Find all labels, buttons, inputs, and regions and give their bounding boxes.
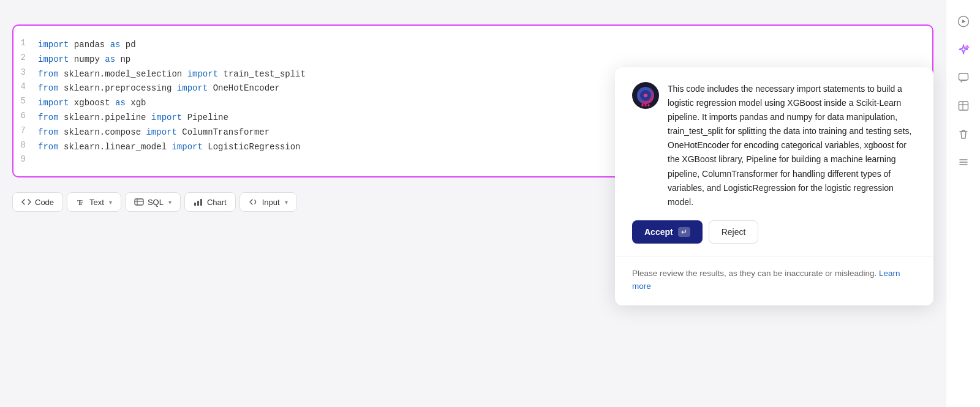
code-row: 1import pandas as pd	[20, 38, 920, 53]
chart-icon	[194, 197, 203, 207]
chart-button[interactable]: Chart	[184, 192, 236, 212]
svg-rect-13	[959, 102, 968, 110]
svg-rect-2	[135, 199, 143, 205]
code-line[interactable]: import pandas as pd	[38, 38, 920, 53]
avatar-wave	[642, 102, 650, 106]
svg-rect-7	[200, 199, 202, 206]
comment-icon	[957, 72, 970, 84]
table-icon	[957, 100, 970, 112]
svg-rect-5	[194, 203, 196, 206]
trash-icon	[957, 128, 970, 140]
line-number: 5	[20, 96, 38, 111]
line-number: 2	[20, 53, 38, 67]
sql-dropdown-arrow: ▾	[168, 199, 172, 206]
sparkles-icon	[957, 43, 970, 56]
line-number: 3	[20, 67, 38, 82]
ai-header: This code includes the necessary import …	[632, 82, 916, 209]
accept-kbd: ↵	[678, 227, 690, 237]
line-number: 6	[20, 111, 38, 125]
line-number: 8	[20, 140, 38, 155]
line-number: 1	[20, 38, 38, 53]
line-number: 7	[20, 125, 38, 140]
main-area: 1import pandas as pd2import numpy as np3…	[0, 0, 946, 407]
comment-button[interactable]	[952, 66, 975, 89]
code-row: 2import numpy as np	[20, 53, 920, 67]
avatar	[632, 82, 659, 109]
text-button[interactable]: T r Text ▾	[67, 192, 121, 212]
right-sidebar	[946, 0, 980, 407]
menu-icon	[957, 156, 970, 168]
text-icon: T r	[76, 197, 86, 207]
ai-logo-icon	[639, 89, 652, 102]
ai-description: This code includes the necessary import …	[668, 82, 916, 209]
line-number: 9	[20, 154, 38, 164]
input-button[interactable]: Input ▾	[239, 192, 297, 212]
line-number: 4	[20, 81, 38, 96]
svg-rect-12	[959, 73, 968, 80]
ai-actions: Accept ↵ Reject	[632, 220, 916, 244]
menu-button[interactable]	[952, 151, 975, 174]
svg-marker-11	[962, 20, 966, 23]
svg-text:r: r	[81, 200, 83, 206]
code-line[interactable]: import numpy as np	[38, 53, 920, 67]
table-button[interactable]	[952, 94, 975, 118]
sparkles-button[interactable]	[952, 38, 975, 61]
reject-button[interactable]: Reject	[709, 220, 759, 244]
play-icon	[957, 15, 970, 28]
code-icon	[21, 197, 31, 207]
svg-rect-6	[197, 201, 199, 206]
trash-button[interactable]	[952, 122, 975, 146]
svg-point-9	[644, 94, 647, 97]
ai-panel-footer: Please review the results, as they can b…	[615, 256, 933, 305]
ai-suggestion-panel: This code includes the necessary import …	[615, 67, 933, 305]
code-button[interactable]: Code	[12, 192, 63, 212]
input-icon	[249, 197, 258, 207]
sql-icon	[134, 197, 144, 207]
play-button[interactable]	[952, 10, 975, 33]
ai-panel-top: This code includes the necessary import …	[615, 67, 933, 256]
sql-button[interactable]: SQL ▾	[125, 192, 181, 212]
accept-button[interactable]: Accept ↵	[632, 220, 703, 244]
text-dropdown-arrow: ▾	[109, 199, 112, 206]
input-dropdown-arrow: ▾	[285, 199, 288, 206]
